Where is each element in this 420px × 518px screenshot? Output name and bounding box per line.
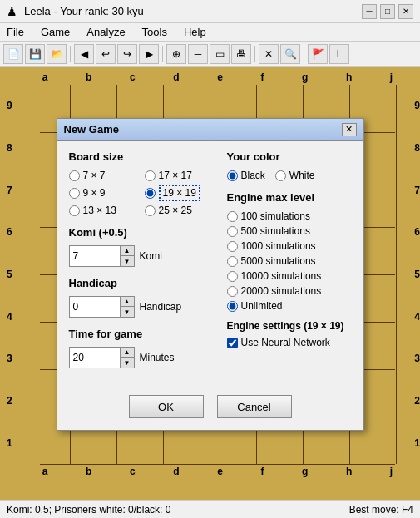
dialog-title: New Game	[64, 123, 119, 136]
menu-file[interactable]: File	[3, 24, 27, 40]
color-black-label: Black	[241, 170, 265, 181]
komi-input[interactable]	[70, 246, 120, 266]
engine-10000[interactable]: 10000 simulations	[227, 270, 352, 282]
engine-5000[interactable]: 5000 simulations	[227, 255, 352, 267]
close-button[interactable]: ✕	[398, 4, 413, 19]
maximize-button[interactable]: □	[380, 4, 395, 19]
time-input[interactable]	[70, 348, 120, 368]
neural-network-checkbox[interactable]	[227, 338, 238, 348]
time-spinner-btns: ▲ ▼	[120, 348, 134, 368]
engine-settings-title: Engine settings (19 × 19)	[227, 320, 352, 332]
handicap-label: Handicap	[69, 277, 214, 289]
komi-up-button[interactable]: ▲	[121, 246, 134, 256]
color-white[interactable]: White	[275, 170, 315, 181]
radio-5000sim[interactable]	[227, 256, 238, 267]
radio-black[interactable]	[227, 170, 238, 181]
tb-rect[interactable]: ▭	[210, 44, 230, 64]
board-size-9x9[interactable]: 9 × 9	[69, 185, 138, 201]
status-right: Best move: F4	[349, 504, 413, 516]
tb-redo[interactable]: ↪	[117, 44, 137, 64]
time-up-button[interactable]: ▲	[121, 348, 134, 358]
your-color-title: Your color	[227, 150, 352, 163]
tb-back[interactable]: ◀	[74, 44, 94, 64]
board-size-19x19[interactable]: 19 × 19	[145, 185, 214, 201]
time-down-button[interactable]: ▼	[121, 358, 134, 368]
minimize-button[interactable]: ─	[362, 4, 377, 19]
time-group: ▲ ▼ Minutes	[69, 347, 214, 368]
tb-forward[interactable]: ▶	[139, 44, 159, 64]
radio-1000sim[interactable]	[227, 241, 238, 252]
engine-level-stack: 100 simulations 500 simulations 1000 sim…	[227, 210, 352, 312]
dialog-close-button[interactable]: ✕	[342, 123, 357, 136]
handicap-suffix: Handicap	[140, 301, 182, 313]
neural-network-label[interactable]: Use Neural Network	[227, 337, 352, 348]
dialog-buttons: OK Cancel	[57, 388, 363, 430]
toolbar: 📄 💾 📂 ◀ ↩ ↪ ▶ ⊕ ─ ▭ 🖶 ✕ 🔍 🚩 L	[0, 42, 420, 67]
handicap-up-button[interactable]: ▲	[121, 297, 134, 307]
radio-19x19[interactable]	[145, 188, 156, 199]
engine-1000[interactable]: 1000 simulations	[227, 240, 352, 252]
tb-sep3	[254, 46, 255, 62]
board-size-17x17[interactable]: 17 × 17	[145, 170, 214, 181]
dialog-body: Board size 7 × 7 17 × 17 9 × 9 19 × 19	[57, 141, 363, 388]
komi-spinner: ▲ ▼	[69, 245, 135, 267]
title-bar: ♟ Leela - Your rank: 30 kyu ─ □ ✕	[0, 0, 420, 23]
radio-17x17[interactable]	[145, 170, 156, 181]
tb-save[interactable]: 💾	[25, 44, 45, 64]
engine-500[interactable]: 500 simulations	[227, 225, 352, 237]
radio-100sim[interactable]	[227, 211, 238, 222]
board-size-13x13[interactable]: 13 × 13	[69, 205, 138, 216]
radio-unlimited[interactable]	[227, 301, 238, 312]
komi-spinner-btns: ▲ ▼	[120, 246, 134, 266]
handicap-down-button[interactable]: ▼	[121, 307, 134, 317]
radio-9x9[interactable]	[69, 188, 80, 199]
board-size-title: Board size	[69, 150, 214, 163]
menu-game[interactable]: Game	[37, 24, 73, 40]
radio-10000sim[interactable]	[227, 271, 238, 282]
ok-button[interactable]: OK	[129, 395, 204, 418]
dialog-overlay: New Game ✕ Board size 7 × 7 17 × 17	[0, 67, 420, 482]
menu-tools[interactable]: Tools	[139, 24, 170, 40]
tb-open[interactable]: 📂	[47, 44, 67, 64]
engine-unlimited[interactable]: Unlimited	[227, 300, 352, 312]
tb-x[interactable]: ✕	[259, 44, 279, 64]
dialog-left: Board size 7 × 7 17 × 17 9 × 9 19 × 19	[69, 150, 214, 378]
tb-search[interactable]: 🔍	[280, 44, 300, 64]
radio-20000sim[interactable]	[227, 286, 238, 297]
tb-undo[interactable]: ↩	[96, 44, 116, 64]
komi-group: ▲ ▼ Komi	[69, 245, 214, 267]
handicap-input[interactable]	[70, 297, 120, 317]
engine-20000[interactable]: 20000 simulations	[227, 285, 352, 297]
menu-help[interactable]: Help	[180, 24, 210, 40]
dialog-right: Your color Black White Engine max level	[227, 150, 352, 378]
tb-flag[interactable]: 🚩	[308, 44, 328, 64]
radio-white[interactable]	[275, 170, 286, 181]
menu-analyze[interactable]: Analyze	[83, 24, 128, 40]
radio-7x7[interactable]	[69, 170, 80, 181]
radio-25x25[interactable]	[145, 205, 156, 216]
tb-leela[interactable]: L	[329, 44, 349, 64]
komi-suffix: Komi	[140, 250, 162, 262]
handicap-group: ▲ ▼ Handicap	[69, 296, 214, 318]
cancel-button[interactable]: Cancel	[217, 395, 292, 418]
tb-minus[interactable]: ─	[188, 44, 208, 64]
time-label: Time for game	[69, 328, 214, 340]
tb-sep2	[162, 46, 163, 62]
board-size-7x7[interactable]: 7 × 7	[69, 170, 138, 181]
komi-down-button[interactable]: ▼	[121, 256, 134, 266]
board-size-25x25[interactable]: 25 × 25	[145, 205, 214, 216]
color-black[interactable]: Black	[227, 170, 265, 181]
tb-add[interactable]: ⊕	[166, 44, 186, 64]
time-spinner: ▲ ▼	[69, 347, 135, 368]
radio-500sim[interactable]	[227, 226, 238, 237]
status-left: Komi: 0.5; Prisoners white: 0/black: 0	[7, 504, 170, 516]
engine-100[interactable]: 100 simulations	[227, 210, 352, 222]
radio-13x13[interactable]	[69, 205, 80, 216]
menu-bar: File Game Analyze Tools Help	[0, 23, 420, 42]
tb-new[interactable]: 📄	[3, 44, 23, 64]
tb-print[interactable]: 🖶	[231, 44, 251, 64]
tb-sep4	[304, 46, 304, 62]
color-white-label: White	[289, 170, 315, 181]
dialog-titlebar: New Game ✕	[57, 119, 363, 141]
status-bar: Komi: 0.5; Prisoners white: 0/black: 0 B…	[0, 500, 420, 518]
